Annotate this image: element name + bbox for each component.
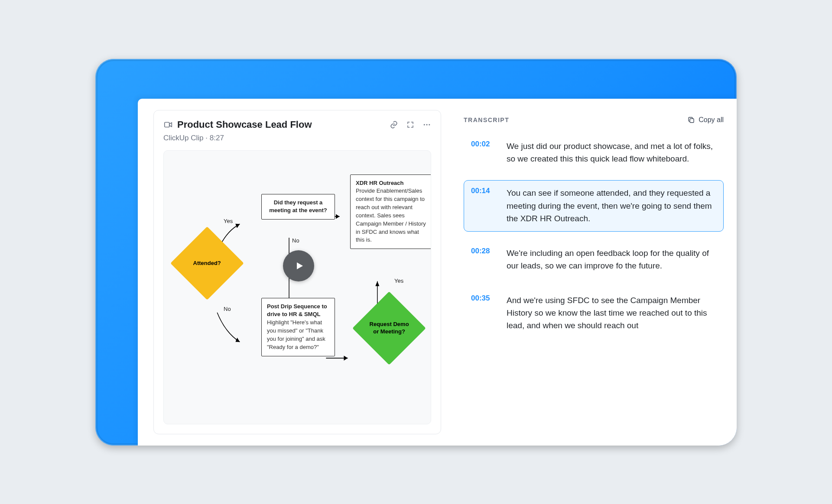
video-clip-icon — [163, 120, 173, 129]
expand-button[interactable] — [406, 120, 415, 129]
transcript-entry[interactable]: 00:35And we're using SFDC to see the Cam… — [464, 288, 724, 339]
flow-edge-yes-2: Yes — [394, 278, 403, 284]
clip-card: Product Showcase Lead Flow — [153, 110, 441, 434]
more-button[interactable] — [422, 120, 431, 129]
transcript-text: We're including an open feedback loop fo… — [507, 247, 716, 272]
transcript-text: You can see if someone attended, and the… — [507, 187, 716, 225]
transcript-entry[interactable]: 00:02We just did our product showcase, a… — [464, 133, 724, 172]
device-frame: Product Showcase Lead Flow — [95, 59, 737, 446]
flow-node-drip: Post Drip Sequence to drive to HR & SMQL… — [261, 298, 335, 356]
clip-duration: 8:27 — [210, 134, 224, 142]
flow-node-xdr: XDR HR Outreach Provide Enablement/Sales… — [350, 174, 431, 249]
clip-pane: Product Showcase Lead Flow — [138, 99, 441, 446]
transcript-timestamp[interactable]: 00:35 — [471, 294, 496, 332]
svg-point-3 — [429, 124, 430, 125]
copy-all-button[interactable]: Copy all — [687, 116, 724, 124]
fade-overlay — [441, 394, 737, 446]
flow-edge-yes-1: Yes — [224, 218, 233, 224]
clip-source: ClickUp Clip — [163, 134, 204, 142]
flow-node-attended: Attended? — [170, 226, 244, 300]
flow-edge-no-1: No — [224, 306, 231, 312]
transcript-entry[interactable]: 00:14You can see if someone attended, an… — [464, 180, 724, 231]
svg-rect-0 — [165, 122, 169, 127]
transcript-heading: TRANSCRIPT — [464, 116, 509, 123]
transcript-text: We just did our product showcase, and me… — [507, 140, 716, 165]
svg-point-1 — [424, 124, 425, 125]
svg-rect-4 — [690, 119, 694, 123]
copy-all-label: Copy all — [699, 116, 724, 124]
clip-title: Product Showcase Lead Flow — [177, 119, 385, 130]
transcript-list: 00:02We just did our product showcase, a… — [464, 133, 724, 339]
transcript-pane: TRANSCRIPT Copy all 00:02We just did our… — [441, 99, 737, 446]
transcript-timestamp[interactable]: 00:14 — [471, 187, 496, 225]
transcript-entry[interactable]: 00:28We're including an open feedback lo… — [464, 240, 724, 279]
play-button[interactable] — [283, 250, 314, 281]
flow-edge-no-2: No — [292, 237, 299, 244]
flow-node-demo: Request Demo or Meeting? — [352, 291, 426, 365]
transcript-timestamp[interactable]: 00:28 — [471, 247, 496, 272]
app-window: Product Showcase Lead Flow — [138, 99, 737, 446]
clip-meta: ClickUp Clip · 8:27 — [163, 134, 431, 142]
transcript-timestamp[interactable]: 00:02 — [471, 140, 496, 165]
flowchart-preview[interactable]: Attended? Yes No Did they request a meet… — [163, 150, 431, 424]
flow-node-request-meeting: Did they request a meeting at the event? — [261, 194, 335, 220]
transcript-text: And we're using SFDC to see the Campaign… — [507, 294, 716, 332]
copy-link-button[interactable] — [390, 120, 398, 129]
svg-point-2 — [426, 124, 428, 125]
